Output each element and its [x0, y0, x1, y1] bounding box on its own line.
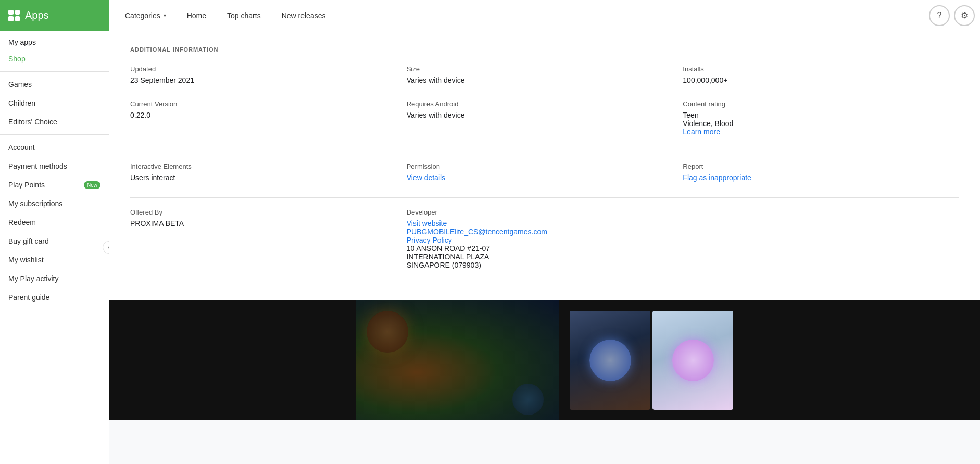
chevron-down-icon: ▾: [164, 12, 166, 18]
developer-email-link[interactable]: PUBGMOBILElite_CS@tencentgames.com: [407, 228, 683, 236]
sidebar-item-editors-choice[interactable]: Editors' Choice: [0, 112, 109, 131]
main-layout: ‹ My apps Shop Games Children Editors' C…: [0, 31, 980, 464]
settings-button[interactable]: ⚙: [954, 5, 975, 26]
thumb-inner-icon-2: [672, 340, 714, 381]
permission-label: Permission: [407, 162, 683, 170]
updated-value: 23 September 2021: [130, 76, 407, 84]
thumbnail-1: [570, 311, 650, 410]
interactive-elements-label: Interactive Elements: [130, 162, 407, 170]
nav-new-releases[interactable]: New releases: [271, 0, 336, 31]
nav-categories[interactable]: Categories ▾: [115, 0, 177, 31]
developer-address3: SINGAPORE (079903): [407, 261, 683, 269]
sidebar: ‹ My apps Shop Games Children Editors' C…: [0, 31, 109, 464]
content-rating-label: Content rating: [683, 100, 959, 108]
report-label: Report: [683, 162, 959, 170]
sidebar-item-redeem[interactable]: Redeem: [0, 213, 109, 232]
topbar-nav: Categories ▾ Home Top charts New release…: [109, 0, 924, 31]
additional-info-card: ADDITIONAL INFORMATION Updated 23 Septem…: [109, 31, 980, 300]
background-image: [356, 300, 559, 420]
sidebar-item-shop[interactable]: Shop: [0, 49, 109, 68]
thumb-inner-icon-1: [589, 340, 631, 381]
thumbnail-group: [570, 311, 733, 410]
developer-address1: 10 ANSON ROAD #21-07: [407, 244, 683, 253]
topbar-logo[interactable]: Apps: [0, 0, 109, 31]
help-button[interactable]: ?: [929, 5, 950, 26]
info-grid-middle: Interactive Elements Users interact Perm…: [130, 162, 959, 182]
topbar: Apps Categories ▾ Home Top charts New re…: [0, 0, 980, 31]
sidebar-item-account[interactable]: Account: [0, 138, 109, 157]
info-placeholder: [683, 208, 959, 269]
info-divider-1: [130, 152, 959, 152]
sidebar-item-play-points[interactable]: Play Points New: [0, 175, 109, 194]
content-rating-detail1: Violence, Blood: [683, 119, 959, 128]
sidebar-item-buy-gift-card[interactable]: Buy gift card: [0, 232, 109, 250]
requires-android-value: Varies with device: [407, 111, 683, 119]
sidebar-item-my-play-activity[interactable]: My Play activity: [0, 269, 109, 288]
sidebar-item-payment-methods[interactable]: Payment methods: [0, 157, 109, 175]
developer-address2: INTERNATIONAL PLAZA: [407, 253, 683, 261]
sidebar-item-parent-guide[interactable]: Parent guide: [0, 288, 109, 307]
developer-visit-link[interactable]: Visit website: [407, 219, 683, 228]
requires-android-label: Requires Android: [407, 100, 683, 108]
info-content-rating: Content rating Teen Violence, Blood Lear…: [683, 100, 959, 136]
settings-icon: ⚙: [961, 10, 968, 20]
info-requires-android: Requires Android Varies with device: [407, 100, 683, 136]
info-interactive-elements: Interactive Elements Users interact: [130, 162, 407, 182]
section-title: ADDITIONAL INFORMATION: [130, 46, 959, 53]
installs-label: Installs: [683, 65, 959, 73]
developer-label: Developer: [407, 208, 683, 216]
app-title: Apps: [25, 9, 49, 21]
info-offered-by: Offered By PROXIMA BETA: [130, 208, 407, 269]
sidebar-divider-2: [0, 134, 109, 135]
current-version-label: Current Version: [130, 100, 407, 108]
offered-by-value: PROXIMA BETA: [130, 219, 407, 228]
my-apps-header: My apps: [0, 31, 109, 49]
info-grid-top: Updated 23 September 2021 Size Varies wi…: [130, 65, 959, 136]
thumbnail-2: [652, 311, 733, 410]
topbar-actions: ? ⚙: [924, 0, 980, 31]
sidebar-item-games[interactable]: Games: [0, 75, 109, 94]
current-version-value: 0.22.0: [130, 111, 407, 119]
sidebar-item-my-subscriptions[interactable]: My subscriptions: [0, 194, 109, 213]
info-installs: Installs 100,000,000+: [683, 65, 959, 84]
content-rating-value: Teen: [683, 111, 959, 119]
report-value[interactable]: Flag as inappropriate: [683, 173, 959, 182]
offered-by-label: Offered By: [130, 208, 407, 216]
sidebar-item-my-wishlist[interactable]: My wishlist: [0, 250, 109, 269]
installs-value: 100,000,000+: [683, 76, 959, 84]
sidebar-item-children[interactable]: Children: [0, 94, 109, 112]
info-updated: Updated 23 September 2021: [130, 65, 407, 84]
learn-more-link[interactable]: Learn more: [683, 128, 959, 136]
updated-label: Updated: [130, 65, 407, 73]
info-report: Report Flag as inappropriate: [683, 162, 959, 182]
info-grid-bottom: Offered By PROXIMA BETA Developer Visit …: [130, 208, 959, 269]
size-label: Size: [407, 65, 683, 73]
content-area: ADDITIONAL INFORMATION Updated 23 Septem…: [109, 31, 980, 464]
help-icon: ?: [937, 11, 942, 20]
info-current-version: Current Version 0.22.0: [130, 100, 407, 136]
info-developer: Developer Visit website PUBGMOBILElite_C…: [407, 208, 683, 269]
nav-home[interactable]: Home: [177, 0, 217, 31]
bottom-images-section: [109, 300, 980, 420]
grid-icon: [8, 10, 20, 21]
developer-privacy-link[interactable]: Privacy Policy: [407, 236, 683, 244]
play-points-new-badge: New: [84, 181, 100, 189]
nav-top-charts[interactable]: Top charts: [217, 0, 271, 31]
info-size: Size Varies with device: [407, 65, 683, 84]
permission-value[interactable]: View details: [407, 173, 683, 182]
info-divider-2: [130, 197, 959, 198]
sidebar-divider-1: [0, 71, 109, 72]
interactive-elements-value: Users interact: [130, 173, 407, 182]
size-value: Varies with device: [407, 76, 683, 84]
info-permission: Permission View details: [407, 162, 683, 182]
